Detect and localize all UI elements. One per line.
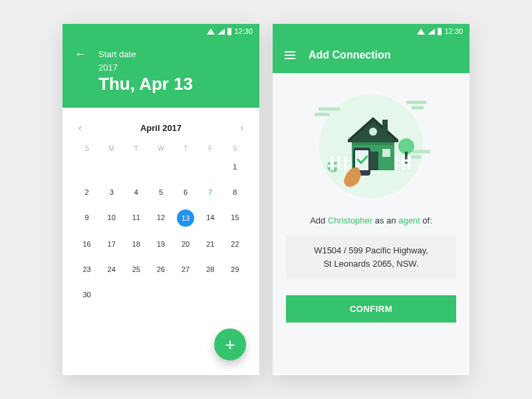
page-title: Add Connection xyxy=(309,49,391,61)
day-cell[interactable]: 15 xyxy=(223,209,247,225)
next-month-chevron-icon[interactable]: › xyxy=(236,120,247,136)
month-label: April 2017 xyxy=(140,123,182,133)
day-cell[interactable]: 11 xyxy=(124,209,148,225)
sentence-mid: as an xyxy=(372,215,398,225)
status-time: 12:30 xyxy=(444,27,463,35)
selected-date: Thu, Apr 13 xyxy=(98,74,247,94)
day-cell[interactable]: 12 xyxy=(148,209,173,225)
day-empty xyxy=(99,159,124,175)
day-cell[interactable]: 4 xyxy=(124,184,148,200)
day-cell[interactable]: 14 xyxy=(198,209,223,225)
day-cell[interactable]: 6 xyxy=(174,184,198,200)
house-illustration xyxy=(308,88,434,201)
connection-sentence: Add Christopher as an agent of: xyxy=(286,215,456,225)
add-connection-screen: 12:30 Add Connection xyxy=(273,24,469,375)
day-cell[interactable]: 30 xyxy=(74,287,99,303)
day-of-week-row: SMTWTFS xyxy=(74,145,247,152)
calendar-screen: 12:30 ← Start date 2017 Thu, Apr 13 ‹ Ap… xyxy=(63,24,259,375)
dow-cell: W xyxy=(148,145,173,152)
dow-cell: S xyxy=(223,145,247,152)
wifi-icon xyxy=(417,29,425,35)
day-cell[interactable]: 18 xyxy=(124,236,148,252)
svg-point-22 xyxy=(369,128,377,136)
signal-icon xyxy=(428,29,435,35)
plus-icon: + xyxy=(225,334,235,355)
address-line-1: W1504 / 599 Pacific Highway, xyxy=(294,244,448,257)
day-empty xyxy=(74,159,99,175)
day-cell[interactable]: 16 xyxy=(74,236,99,252)
status-time: 12:30 xyxy=(234,27,253,35)
calendar-header: ← Start date 2017 Thu, Apr 13 xyxy=(63,39,259,108)
back-arrow-icon[interactable]: ← xyxy=(74,48,86,60)
wifi-icon xyxy=(207,29,215,35)
day-cell[interactable]: 10 xyxy=(99,209,124,225)
dow-cell: S xyxy=(74,145,99,152)
connection-header: Add Connection xyxy=(273,39,469,73)
day-cell[interactable]: 28 xyxy=(198,261,223,277)
svg-rect-21 xyxy=(382,149,390,157)
selected-year[interactable]: 2017 xyxy=(98,63,247,72)
day-cell[interactable]: 24 xyxy=(99,261,124,277)
svg-rect-7 xyxy=(337,156,340,170)
calendar-body: ‹ April 2017 › SMTWTFS 12345678910111213… xyxy=(63,108,259,303)
sentence-pre: Add xyxy=(310,215,328,225)
add-fab-button[interactable]: + xyxy=(214,329,246,360)
day-cell[interactable]: 7 xyxy=(198,184,223,200)
day-cell[interactable]: 25 xyxy=(124,261,148,277)
svg-rect-18 xyxy=(382,120,388,132)
dow-cell: F xyxy=(198,145,223,152)
address-card: W1504 / 599 Pacific Highway, St Leonards… xyxy=(286,235,456,279)
svg-rect-6 xyxy=(331,156,334,170)
calendar-grid: 1234567891011121314151617181920212223242… xyxy=(74,159,247,303)
day-cell[interactable]: 13 xyxy=(177,209,194,227)
day-empty xyxy=(174,159,198,175)
status-bar: 12:30 xyxy=(273,24,469,39)
svg-rect-12 xyxy=(401,156,404,170)
day-empty xyxy=(198,159,223,175)
status-bar: 12:30 xyxy=(63,24,259,39)
day-cell[interactable]: 19 xyxy=(148,236,173,252)
day-cell[interactable]: 23 xyxy=(74,261,99,277)
battery-icon xyxy=(438,28,442,35)
day-cell[interactable]: 5 xyxy=(148,184,173,200)
dow-cell: T xyxy=(124,145,148,152)
start-date-label: Start date xyxy=(98,49,136,59)
day-empty xyxy=(124,159,148,175)
svg-rect-8 xyxy=(344,156,347,170)
menu-hamburger-icon[interactable] xyxy=(285,51,295,59)
signal-icon xyxy=(217,29,225,35)
day-cell[interactable]: 2 xyxy=(74,184,99,200)
day-cell[interactable]: 22 xyxy=(223,236,247,252)
day-cell[interactable]: 26 xyxy=(148,261,173,277)
battery-icon xyxy=(227,28,231,35)
dow-cell: T xyxy=(174,145,198,152)
day-cell[interactable]: 20 xyxy=(174,236,198,252)
address-line-2: St Leonards 2065, NSW. xyxy=(294,257,448,271)
svg-rect-13 xyxy=(408,156,411,170)
day-cell[interactable]: 27 xyxy=(174,261,198,277)
confirm-button[interactable]: CONFIRM xyxy=(286,295,456,323)
day-cell[interactable]: 29 xyxy=(223,261,247,277)
connection-role: agent xyxy=(398,215,420,225)
dow-cell: M xyxy=(99,145,124,152)
connection-name: Christopher xyxy=(328,215,372,225)
day-cell[interactable]: 9 xyxy=(74,209,99,225)
day-cell[interactable]: 8 xyxy=(223,184,247,200)
prev-month-chevron-icon[interactable]: ‹ xyxy=(74,120,86,136)
day-empty xyxy=(148,159,173,175)
svg-rect-11 xyxy=(394,156,398,170)
sentence-post: of: xyxy=(420,215,432,225)
day-cell[interactable]: 1 xyxy=(223,159,247,175)
day-cell[interactable]: 17 xyxy=(99,236,124,252)
connection-body: Add Christopher as an agent of: W1504 / … xyxy=(273,73,469,374)
day-cell[interactable]: 21 xyxy=(198,236,223,252)
day-cell[interactable]: 3 xyxy=(99,184,124,200)
